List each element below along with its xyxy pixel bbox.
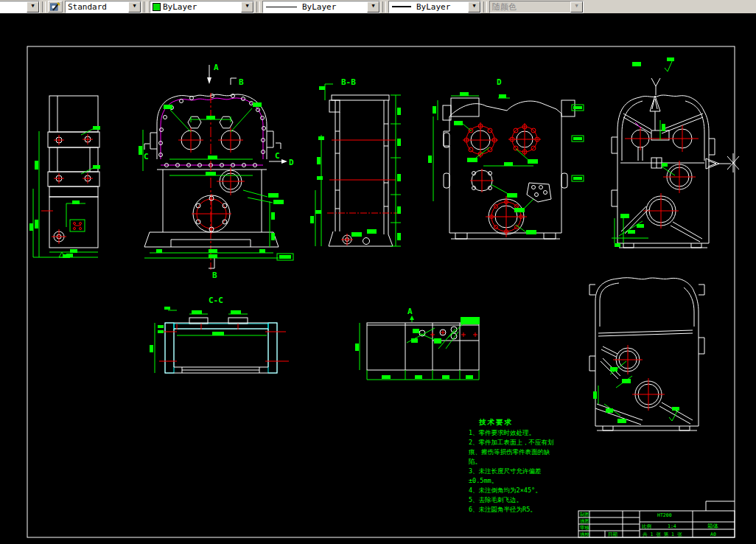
note-line: 6、未注圆角半径为R5。 (469, 506, 536, 513)
dimensions (593, 361, 679, 423)
object-properties-toolbar: ▼ Standard ▼ ByLayer ▼ ByLayer ▼ ByLayer… (0, 0, 756, 14)
model-space-canvas[interactable]: A B C C D B B-B (0, 13, 756, 544)
note-line: 陷。 (469, 458, 481, 465)
layer-tool-icon (50, 2, 60, 12)
note-line: 痕、擦伤等损伤零件表面的缺 (469, 448, 550, 456)
notes-title: 技术要求 (478, 418, 513, 426)
layer-combo-partial[interactable]: ▼ (0, 1, 40, 13)
dimensions (139, 102, 293, 260)
view-a[interactable]: A (355, 307, 480, 380)
toolbar-separator (483, 1, 487, 13)
linetype-control-combo[interactable]: ByLayer ▼ (262, 1, 380, 13)
note-line: 5、去除毛刺飞边。 (469, 496, 522, 503)
section-label-a-top: A (214, 63, 219, 72)
make-object-layer-current-button[interactable] (48, 1, 63, 13)
dimensions (29, 126, 100, 258)
chevron-down-icon[interactable]: ▼ (241, 1, 253, 13)
y-axis-marker (651, 78, 660, 95)
titleblock-row-label: 审核 (580, 525, 590, 531)
plot-style-combo: 随颜色 ▼ (489, 1, 584, 13)
view-front[interactable]: A B C C D B (139, 63, 294, 280)
title-block: 制图 描图 审核 描校 日期 HT200 比例 1:4 共 1 张 第 1 张 … (578, 511, 735, 537)
section-label-d-pointer: D (289, 158, 294, 167)
text-style-value: Standard (66, 2, 128, 12)
chevron-down-icon[interactable]: ▼ (128, 1, 141, 13)
chevron-down-icon: ▼ (570, 1, 583, 13)
note-line: 3、未注长度尺寸允许偏差 (469, 467, 542, 475)
chevron-down-icon[interactable]: ▼ (27, 1, 39, 13)
chevron-down-icon[interactable]: ▼ (367, 1, 379, 13)
view-d[interactable]: D (428, 77, 584, 239)
view-section-bb[interactable]: B-B (310, 77, 401, 246)
color-swatch (153, 3, 161, 11)
small-hole-cluster (70, 220, 85, 231)
drawing-frame (0, 46, 756, 544)
note-line: 2、零件加工表面上，不应有划 (469, 439, 554, 446)
lineweight-sample-icon (392, 6, 411, 7)
titleblock-row-label: 制图 (580, 512, 589, 517)
note-line: ±0.5mm。 (469, 477, 497, 484)
color-value: ByLayer (161, 2, 241, 12)
titleblock-sheet-info: 共 1 张 第 1 张 (643, 531, 682, 537)
view-title-bb: B-B (341, 77, 356, 87)
color-control-combo[interactable]: ByLayer ▼ (150, 1, 254, 13)
toolbar-separator (382, 1, 386, 13)
titleblock-row-label: 描图 (580, 518, 589, 524)
dimensions (310, 84, 401, 246)
lineweight-value: ByLayer (414, 2, 468, 12)
titleblock-scale-value: 1:4 (668, 523, 676, 529)
text-style-combo[interactable]: Standard ▼ (65, 1, 141, 13)
chevron-down-icon[interactable]: ▼ (468, 1, 480, 13)
view-title-cc: C-C (209, 296, 223, 305)
titleblock-part-name: 箱体 (707, 523, 719, 529)
titleblock-date-label: 日期 (608, 531, 617, 537)
section-label-b-bottom: B (212, 271, 217, 280)
titleblock-row-label: 描校 (580, 531, 590, 537)
dimensions (150, 307, 267, 373)
toolbar-separator (256, 1, 260, 13)
linetype-sample-icon (266, 7, 297, 7)
view-section-cc[interactable]: C-C (150, 296, 289, 373)
view-title-d: D (497, 77, 502, 87)
view-title-a: A (407, 307, 413, 316)
section-label-c-left: C (144, 152, 149, 161)
view-bottom-right[interactable] (589, 278, 704, 430)
view-left-side[interactable] (29, 96, 100, 258)
linetype-value: ByLayer (300, 2, 367, 12)
bearing-bolt-circle (463, 122, 541, 158)
titleblock-scale-label: 比例 (642, 523, 651, 529)
toolbar-separator (144, 1, 147, 13)
titleblock-sheet-no: A0 (710, 531, 716, 537)
toolbar-separator (42, 1, 46, 13)
note-line: 1、零件要求时效处理。 (469, 429, 535, 436)
note-line: 4、未注倒角均为2×45°。 (469, 487, 542, 494)
view-right-side[interactable] (612, 57, 739, 248)
plot-style-value: 随颜色 (490, 1, 570, 13)
x-point-marker (727, 153, 739, 172)
titleblock-material: HT200 (657, 512, 672, 518)
section-label-b-top: B (239, 77, 244, 87)
technical-notes: 技术要求 1、零件要求时效处理。 2、零件加工表面上，不应有划 痕、擦伤等损伤零… (469, 418, 554, 513)
section-label-c-right: C (275, 151, 280, 161)
lineweight-control-combo[interactable]: ByLayer ▼ (388, 1, 481, 13)
